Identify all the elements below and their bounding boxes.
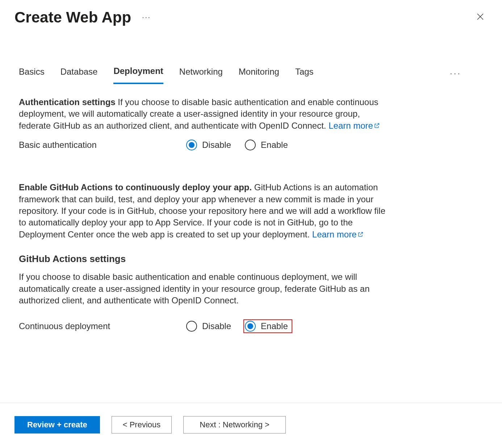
basic-auth-enable-radio[interactable]: Enable <box>243 138 291 152</box>
github-section-title: Enable GitHub Actions to continuously de… <box>19 182 252 192</box>
continuous-deployment-enable-label: Enable <box>261 321 288 331</box>
header-left: Create Web App ··· <box>14 9 151 26</box>
review-create-button[interactable]: Review + create <box>14 416 100 434</box>
github-actions-settings-heading: GitHub Actions settings <box>19 253 390 265</box>
github-section-text: Enable GitHub Actions to continuously de… <box>19 182 390 240</box>
basic-auth-row: Basic authentication Disable Enable <box>19 138 390 152</box>
external-link-icon <box>374 120 380 132</box>
auth-learn-more-label: Learn more <box>329 121 373 130</box>
radio-unselected-icon <box>245 140 256 150</box>
content-area: Authentication settings If you choose to… <box>0 84 409 333</box>
continuous-deployment-disable-label: Disable <box>202 321 231 331</box>
radio-selected-icon <box>186 140 197 150</box>
tab-database[interactable]: Database <box>60 63 98 83</box>
page-header: Create Web App ··· <box>0 0 502 26</box>
radio-selected-icon <box>245 321 256 332</box>
previous-button[interactable]: < Previous <box>112 416 172 434</box>
auth-section-text: Authentication settings If you choose to… <box>19 96 390 132</box>
external-link-icon <box>357 229 364 240</box>
github-learn-more-label: Learn more <box>312 229 357 239</box>
continuous-deployment-disable-radio[interactable]: Disable <box>185 319 234 333</box>
github-learn-more-link[interactable]: Learn more <box>312 229 364 239</box>
basic-auth-disable-label: Disable <box>202 140 231 150</box>
tab-deployment[interactable]: Deployment <box>113 62 163 84</box>
more-options-icon[interactable]: ··· <box>142 13 151 22</box>
tab-basics[interactable]: Basics <box>19 63 45 83</box>
basic-auth-enable-label: Enable <box>261 140 288 150</box>
wizard-tabs: Basics Database Deployment Networking Mo… <box>0 62 502 84</box>
page-title: Create Web App <box>14 9 131 26</box>
tab-monitoring[interactable]: Monitoring <box>239 63 279 83</box>
continuous-deployment-radio-group: Disable Enable <box>185 319 292 333</box>
auth-section-title: Authentication settings <box>19 97 116 107</box>
close-icon[interactable] <box>473 9 488 25</box>
radio-unselected-icon <box>186 321 197 332</box>
tab-networking[interactable]: Networking <box>179 63 223 83</box>
tabs-overflow-icon[interactable]: ··· <box>450 68 483 78</box>
github-actions-settings-description: If you choose to disable basic authentic… <box>19 271 390 306</box>
basic-auth-disable-radio[interactable]: Disable <box>185 138 234 152</box>
continuous-deployment-row: Continuous deployment Disable Enable <box>19 319 390 333</box>
next-networking-button[interactable]: Next : Networking > <box>183 416 286 434</box>
tab-tags[interactable]: Tags <box>295 63 314 83</box>
auth-learn-more-link[interactable]: Learn more <box>329 121 380 130</box>
basic-auth-radio-group: Disable Enable <box>185 138 291 152</box>
wizard-footer: Review + create < Previous Next : Networ… <box>0 403 502 448</box>
continuous-deployment-enable-radio[interactable]: Enable <box>243 319 292 333</box>
continuous-deployment-label: Continuous deployment <box>19 321 185 331</box>
basic-auth-label: Basic authentication <box>19 140 185 150</box>
